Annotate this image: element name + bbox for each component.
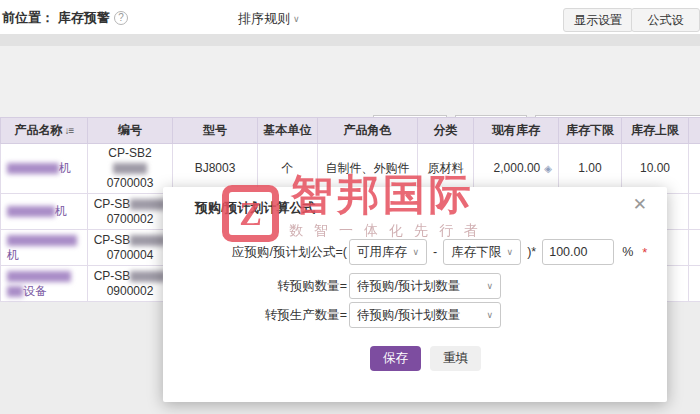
sort-descending-icon[interactable]: ↓≡ <box>65 125 74 136</box>
modal-title: 预购/预计划计算公式 <box>195 199 316 217</box>
required-asterisk: * <box>642 245 647 260</box>
minus-operator: - <box>427 245 443 259</box>
percent-sign: % <box>614 245 639 259</box>
col-header-lower-limit: 库存下限 <box>559 118 622 144</box>
preproduction-row: 转预生产数量= 待预购/预计划数量∨ <box>183 302 501 328</box>
product-name-link[interactable]: 机 <box>1 194 88 230</box>
formula-settings-button[interactable]: 公式设置 <box>631 8 700 32</box>
preproduction-select[interactable]: 待预购/预计划数量∨ <box>349 302 501 328</box>
chevron-down-icon: ∨ <box>486 281 493 291</box>
redacted-text <box>7 286 23 297</box>
product-model: BJ8003 <box>173 144 258 194</box>
sort-rules-label: 排序规则 <box>238 11 290 26</box>
formula-row: 应预购/预计划公式=( 可用库存∨ - 库存下限∨ )* % * <box>183 239 647 265</box>
product-name-link[interactable]: 机 <box>1 144 88 194</box>
page-title: 库存预警 <box>58 9 110 27</box>
multiply-operator: )* <box>521 245 542 259</box>
percent-input[interactable] <box>542 239 614 265</box>
redacted-text <box>7 163 59 174</box>
close-icon[interactable]: ✕ <box>633 196 647 213</box>
sort-rules-menu[interactable]: 排序规则∨ <box>238 10 300 28</box>
preproduction-label: 转预生产数量= <box>183 307 347 324</box>
chevron-down-icon: ∨ <box>412 247 419 257</box>
product-code: CP-SB0700004 <box>88 230 173 266</box>
redacted-text <box>130 271 166 282</box>
col-header-model: 型号 <box>173 118 258 144</box>
col-header-code: 编号 <box>88 118 173 144</box>
filter-bar: 产品角色∨ 产品名称∨ <box>0 46 700 117</box>
save-button[interactable]: 保存 <box>370 346 421 371</box>
location-label: 前位置： <box>2 9 54 27</box>
table-row: 机 CP-SB20700003 BJ8003 个 自制件、外购件 原材料 2,0… <box>1 144 700 194</box>
chevron-down-icon: ∨ <box>486 310 493 320</box>
modal-actions: 保存 重填 <box>370 346 481 371</box>
col-header-upper-limit: 库存上限 <box>622 118 689 144</box>
product-role: 自制件、外购件 <box>318 144 418 194</box>
col-header-extra <box>689 118 700 144</box>
lower-limit: 1.00 <box>559 144 622 194</box>
display-settings-button[interactable]: 显示设置 <box>563 8 633 32</box>
chevron-down-icon: ∨ <box>293 14 300 24</box>
separator-strip <box>0 34 700 46</box>
help-icon[interactable]: ? <box>114 11 128 25</box>
product-code: CP-SB20700003 <box>88 144 173 194</box>
col-header-stock: 现有库存 <box>474 118 559 144</box>
col-header-role: 产品角色 <box>318 118 418 144</box>
chevron-down-icon: ∨ <box>507 247 514 257</box>
prepurchase-select[interactable]: 待预购/预计划数量∨ <box>349 273 501 299</box>
prepurchase-row: 转预购数量= 待预购/预计划数量∨ <box>183 273 501 299</box>
product-code: CP-SB0700002 <box>88 194 173 230</box>
redacted-text <box>7 235 77 246</box>
product-name-link[interactable]: 机 <box>1 230 88 266</box>
prepurchase-label: 转预购数量= <box>183 278 347 295</box>
formula-modal: 预购/预计划计算公式 ✕ 应预购/预计划公式=( 可用库存∨ - 库存下限∨ )… <box>163 187 667 402</box>
col-header-category: 分类 <box>418 118 474 144</box>
top-bar: 前位置：库存预警 ? 排序规则∨ 显示设置 公式设置 <box>0 0 700 34</box>
redacted-text <box>7 206 55 217</box>
table-header-row: 产品名称↓≡ 编号 型号 基本单位 产品角色 分类 现有库存 库存下限 库存上限 <box>1 118 700 144</box>
redacted-text <box>7 271 71 282</box>
product-category: 原材料 <box>418 144 474 194</box>
product-name-link[interactable]: 设备 <box>1 266 88 302</box>
redacted-text <box>130 235 166 246</box>
formula-label: 应预购/预计划公式=( <box>183 244 347 261</box>
minuend-select[interactable]: 可用库存∨ <box>349 239 427 265</box>
col-header-unit: 基本单位 <box>258 118 318 144</box>
breadcrumb: 前位置：库存预警 ? <box>2 9 128 27</box>
stock-detail-icon[interactable]: ◈ <box>544 163 552 174</box>
subtrahend-select[interactable]: 库存下限∨ <box>443 239 521 265</box>
product-unit: 个 <box>258 144 318 194</box>
current-stock: 2,000.00◈ <box>474 144 559 194</box>
product-code: CP-SB0900002 <box>88 266 173 302</box>
redacted-text <box>113 163 147 174</box>
upper-limit: 10.00 <box>622 144 689 194</box>
reset-button[interactable]: 重填 <box>430 346 481 371</box>
redacted-text <box>130 199 166 210</box>
col-header-product-name[interactable]: 产品名称↓≡ <box>1 118 88 144</box>
